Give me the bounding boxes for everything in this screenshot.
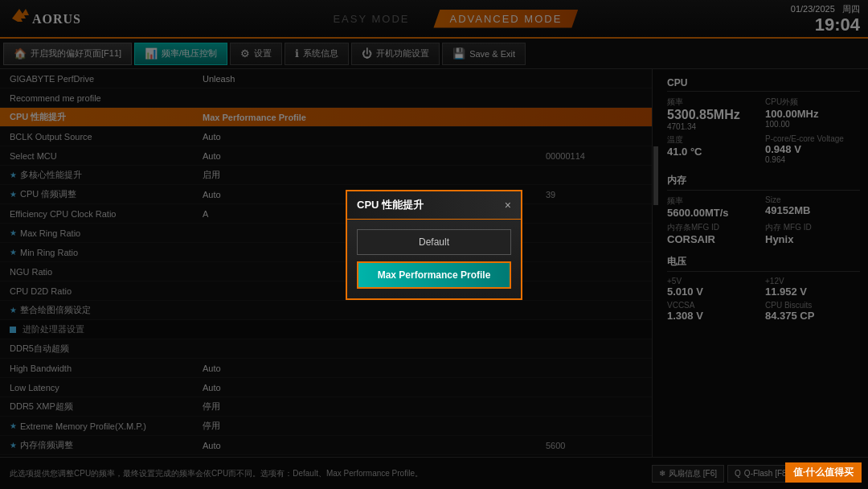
modal-body: Default Max Performance Profile: [347, 220, 521, 298]
modal-header: CPU 性能提升 ×: [347, 191, 521, 220]
modal-title: CPU 性能提升: [357, 198, 424, 212]
modal-option-default[interactable]: Default: [357, 229, 511, 255]
modal-overlay: CPU 性能提升 × Default Max Performance Profi…: [0, 0, 868, 489]
modal-close-btn[interactable]: ×: [505, 199, 511, 212]
watermark: 值·什么值得买: [785, 462, 862, 483]
cpu-perf-modal: CPU 性能提升 × Default Max Performance Profi…: [346, 190, 522, 300]
modal-option-max-perf[interactable]: Max Performance Profile: [357, 261, 511, 289]
